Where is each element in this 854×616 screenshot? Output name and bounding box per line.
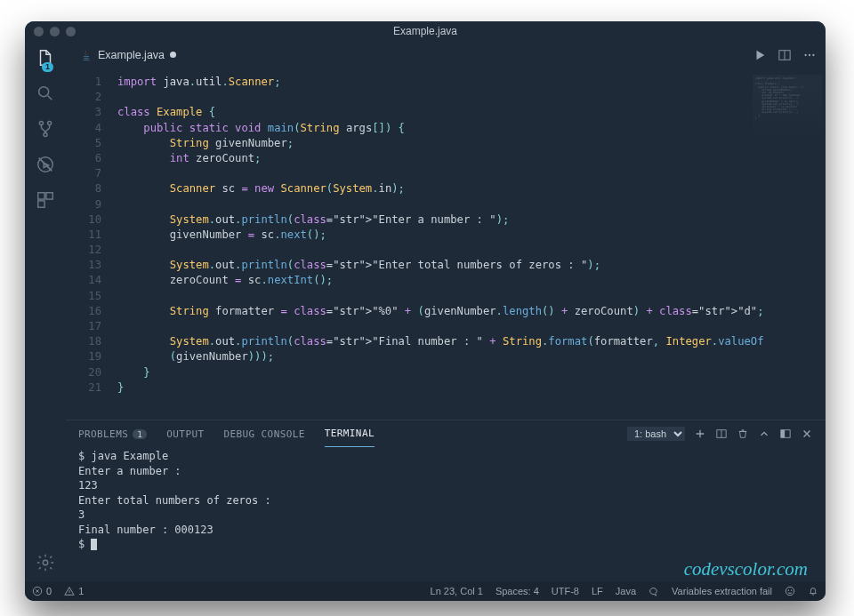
- settings-gear-icon[interactable]: [34, 551, 57, 574]
- more-actions-icon[interactable]: [802, 48, 817, 62]
- file-tab[interactable]: Example.java: [69, 41, 187, 69]
- bottom-panel: PROBLEMS 1 OUTPUT DEBUG CONSOLE TERMINAL…: [66, 420, 826, 581]
- svg-point-12: [809, 54, 810, 56]
- explorer-icon[interactable]: 1: [34, 46, 57, 69]
- error-icon: [32, 586, 43, 596]
- debug-icon[interactable]: [34, 153, 57, 176]
- tab-filename: Example.java: [98, 49, 165, 61]
- status-bar: 0 1 Ln 23, Col 1 Spaces: 4 UTF-8 LF Java…: [25, 581, 826, 601]
- tab-bar: Example.java: [66, 41, 826, 69]
- line-number-gutter: 123456789101112131415161718192021: [66, 69, 114, 420]
- svg-point-19: [786, 587, 794, 595]
- source-control-icon[interactable]: [34, 117, 57, 140]
- problems-count-badge: 1: [133, 429, 147, 439]
- svg-point-13: [812, 54, 814, 56]
- split-terminal-icon[interactable]: [715, 428, 728, 440]
- svg-rect-17: [781, 430, 785, 438]
- status-eol[interactable]: LF: [592, 586, 603, 596]
- status-indent[interactable]: Spaces: 4: [495, 586, 539, 596]
- java-file-icon: [80, 49, 93, 61]
- tab-output[interactable]: OUTPUT: [166, 420, 204, 447]
- status-feedback-icon[interactable]: [649, 586, 659, 596]
- svg-point-20: [788, 589, 789, 590]
- svg-point-11: [804, 54, 806, 56]
- svg-point-1: [39, 122, 43, 125]
- status-cursor-pos[interactable]: Ln 23, Col 1: [431, 586, 483, 596]
- status-task[interactable]: Variables extraction fail: [672, 586, 772, 596]
- tab-debug-console[interactable]: DEBUG CONSOLE: [223, 420, 304, 447]
- status-bell-icon[interactable]: [808, 586, 818, 596]
- unsaved-indicator-icon: [170, 52, 176, 58]
- extensions-icon[interactable]: [34, 188, 57, 212]
- close-panel-icon[interactable]: [801, 428, 813, 440]
- svg-rect-5: [38, 193, 44, 199]
- status-encoding[interactable]: UTF-8: [552, 586, 579, 596]
- warning-icon: [64, 586, 75, 596]
- workbench-body: 1 Example.java: [25, 41, 826, 581]
- editor-actions: [753, 48, 826, 62]
- panel-actions: 1: bash: [627, 427, 813, 441]
- code-area[interactable]: import java.util.Scanner; class Example …: [114, 69, 826, 420]
- window-title: Example.java: [25, 25, 826, 37]
- svg-rect-6: [46, 193, 52, 199]
- terminal-output[interactable]: $ java ExampleEnter a number :123Enter t…: [66, 447, 826, 581]
- status-warnings[interactable]: 1: [64, 586, 84, 596]
- status-smiley-icon[interactable]: [785, 586, 795, 596]
- editor-group: Example.java 123456789101112131415161718…: [66, 41, 826, 581]
- svg-point-8: [43, 560, 48, 565]
- watermark-text: codevscolor.com: [684, 562, 808, 577]
- svg-point-0: [39, 87, 49, 97]
- panel-up-icon[interactable]: [758, 428, 770, 440]
- terminal-selector[interactable]: 1: bash: [627, 427, 685, 441]
- tab-problems[interactable]: PROBLEMS 1: [78, 420, 147, 447]
- minimap[interactable]: import java.util.Scanner; class Example …: [753, 75, 822, 151]
- svg-rect-7: [38, 201, 44, 207]
- titlebar: Example.java: [25, 21, 826, 41]
- code-editor[interactable]: 123456789101112131415161718192021 import…: [66, 69, 826, 420]
- status-language[interactable]: Java: [616, 586, 636, 596]
- new-terminal-icon[interactable]: [694, 428, 706, 440]
- split-editor-icon[interactable]: [777, 48, 792, 62]
- svg-point-3: [44, 132, 47, 136]
- maximize-panel-icon[interactable]: [779, 428, 792, 440]
- svg-point-21: [791, 589, 792, 590]
- explorer-badge: 1: [42, 62, 53, 72]
- activity-bar: 1: [25, 41, 66, 581]
- panel-tab-bar: PROBLEMS 1 OUTPUT DEBUG CONSOLE TERMINAL…: [66, 420, 826, 447]
- svg-point-2: [48, 122, 52, 125]
- run-icon[interactable]: [753, 48, 767, 62]
- status-errors[interactable]: 0: [32, 586, 52, 596]
- tab-terminal[interactable]: TERMINAL: [325, 420, 375, 447]
- kill-terminal-icon[interactable]: [737, 428, 749, 440]
- editor-window: Example.java 1: [25, 21, 826, 601]
- search-icon[interactable]: [34, 82, 57, 105]
